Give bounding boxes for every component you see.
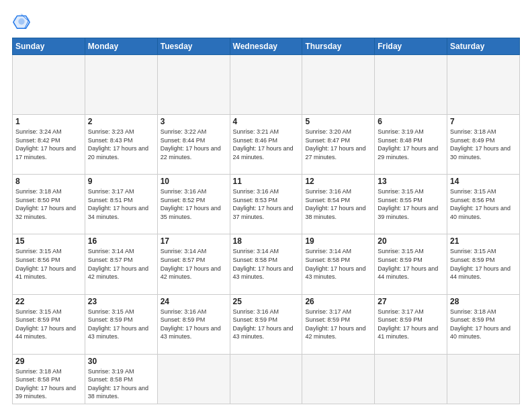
day-number: 17 (161, 236, 227, 246)
calendar-cell (157, 55, 230, 115)
day-info: Sunrise: 3:20 AMSunset: 8:47 PMDaylight:… (305, 128, 365, 161)
day-info: Sunrise: 3:14 AMSunset: 8:58 PMDaylight:… (233, 248, 294, 280)
day-number: 30 (88, 357, 154, 366)
calendar-cell (447, 55, 520, 115)
day-number: 11 (233, 177, 300, 186)
calendar-cell (157, 354, 230, 404)
day-number: 29 (15, 357, 82, 366)
calendar-cell (85, 55, 157, 115)
day-info: Sunrise: 3:21 AMSunset: 8:46 PMDaylight:… (233, 128, 294, 161)
day-number: 26 (305, 297, 371, 306)
day-info: Sunrise: 3:15 AMSunset: 8:59 PMDaylight:… (378, 248, 438, 280)
day-number: 5 (305, 117, 371, 126)
day-number: 8 (15, 177, 82, 186)
calendar-cell: 13 Sunrise: 3:15 AMSunset: 8:55 PMDaylig… (375, 175, 447, 234)
calendar-cell: 24 Sunrise: 3:16 AMSunset: 8:59 PMDaylig… (157, 294, 230, 354)
day-number: 19 (305, 236, 371, 246)
header-thursday: Thursday (302, 38, 375, 55)
day-number: 24 (161, 297, 227, 306)
calendar-cell: 1 Sunrise: 3:24 AMSunset: 8:42 PMDayligh… (13, 115, 85, 175)
calendar-cell (302, 55, 375, 115)
day-info: Sunrise: 3:15 AMSunset: 8:56 PMDaylight:… (15, 248, 76, 280)
header-tuesday: Tuesday (157, 38, 230, 55)
day-number: 23 (88, 297, 154, 306)
calendar-cell: 19 Sunrise: 3:14 AMSunset: 8:58 PMDaylig… (302, 234, 375, 294)
calendar-cell: 27 Sunrise: 3:17 AMSunset: 8:59 PMDaylig… (375, 294, 447, 354)
day-number: 6 (378, 117, 444, 126)
svg-point-1 (18, 18, 24, 24)
calendar-cell (230, 354, 302, 404)
calendar-cell: 10 Sunrise: 3:16 AMSunset: 8:52 PMDaylig… (157, 175, 230, 234)
week-row-2: 1 Sunrise: 3:24 AMSunset: 8:42 PMDayligh… (13, 115, 520, 175)
day-info: Sunrise: 3:15 AMSunset: 8:59 PMDaylight:… (15, 308, 76, 340)
calendar-cell: 7 Sunrise: 3:18 AMSunset: 8:49 PMDayligh… (447, 115, 520, 175)
day-number: 21 (450, 236, 517, 246)
calendar-cell (375, 354, 447, 404)
calendar-table: Sunday Monday Tuesday Wednesday Thursday… (12, 38, 520, 404)
day-number: 1 (15, 117, 82, 126)
day-number: 25 (233, 297, 300, 306)
day-number: 2 (88, 117, 154, 126)
calendar-cell: 26 Sunrise: 3:17 AMSunset: 8:59 PMDaylig… (302, 294, 375, 354)
header-saturday: Saturday (447, 38, 520, 55)
day-info: Sunrise: 3:14 AMSunset: 8:57 PMDaylight:… (88, 248, 148, 280)
header-friday: Friday (375, 38, 447, 55)
day-number: 22 (15, 297, 82, 306)
calendar-cell (230, 55, 302, 115)
calendar-cell: 6 Sunrise: 3:19 AMSunset: 8:48 PMDayligh… (375, 115, 447, 175)
day-info: Sunrise: 3:14 AMSunset: 8:58 PMDaylight:… (305, 248, 365, 280)
day-info: Sunrise: 3:14 AMSunset: 8:57 PMDaylight:… (161, 248, 221, 280)
day-info: Sunrise: 3:16 AMSunset: 8:52 PMDaylight:… (161, 188, 221, 220)
day-info: Sunrise: 3:17 AMSunset: 8:59 PMDaylight:… (305, 308, 365, 340)
calendar-cell: 15 Sunrise: 3:15 AMSunset: 8:56 PMDaylig… (13, 234, 85, 294)
page: Sunday Monday Tuesday Wednesday Thursday… (0, 0, 532, 411)
day-info: Sunrise: 3:18 AMSunset: 8:58 PMDaylight:… (15, 368, 76, 400)
day-info: Sunrise: 3:16 AMSunset: 8:59 PMDaylight:… (233, 308, 294, 340)
calendar-cell: 11 Sunrise: 3:16 AMSunset: 8:53 PMDaylig… (230, 175, 302, 234)
calendar-cell: 25 Sunrise: 3:16 AMSunset: 8:59 PMDaylig… (230, 294, 302, 354)
day-info: Sunrise: 3:18 AMSunset: 8:59 PMDaylight:… (450, 308, 511, 340)
header-sunday: Sunday (13, 38, 85, 55)
calendar-cell: 30 Sunrise: 3:19 AMSunset: 8:58 PMDaylig… (85, 354, 157, 404)
day-number: 9 (88, 177, 154, 186)
day-info: Sunrise: 3:22 AMSunset: 8:44 PMDaylight:… (161, 128, 221, 161)
day-info: Sunrise: 3:15 AMSunset: 8:59 PMDaylight:… (88, 308, 148, 340)
day-number: 20 (378, 236, 444, 246)
day-number: 16 (88, 236, 154, 246)
calendar-cell: 16 Sunrise: 3:14 AMSunset: 8:57 PMDaylig… (85, 234, 157, 294)
calendar-cell: 28 Sunrise: 3:18 AMSunset: 8:59 PMDaylig… (447, 294, 520, 354)
day-number: 4 (233, 117, 300, 126)
day-info: Sunrise: 3:15 AMSunset: 8:56 PMDaylight:… (450, 188, 511, 220)
day-info: Sunrise: 3:16 AMSunset: 8:54 PMDaylight:… (305, 188, 365, 220)
week-row-5: 22 Sunrise: 3:15 AMSunset: 8:59 PMDaylig… (13, 294, 520, 354)
day-number: 14 (450, 177, 517, 186)
day-number: 13 (378, 177, 444, 186)
day-info: Sunrise: 3:16 AMSunset: 8:59 PMDaylight:… (161, 308, 221, 340)
day-info: Sunrise: 3:18 AMSunset: 8:50 PMDaylight:… (15, 188, 76, 220)
calendar-cell: 20 Sunrise: 3:15 AMSunset: 8:59 PMDaylig… (375, 234, 447, 294)
week-row-1 (13, 55, 520, 115)
calendar-cell (375, 55, 447, 115)
calendar-cell: 17 Sunrise: 3:14 AMSunset: 8:57 PMDaylig… (157, 234, 230, 294)
calendar-cell (302, 354, 375, 404)
week-row-4: 15 Sunrise: 3:15 AMSunset: 8:56 PMDaylig… (13, 234, 520, 294)
calendar-cell: 18 Sunrise: 3:14 AMSunset: 8:58 PMDaylig… (230, 234, 302, 294)
calendar-cell: 8 Sunrise: 3:18 AMSunset: 8:50 PMDayligh… (13, 175, 85, 234)
day-number: 3 (161, 117, 227, 126)
calendar-cell: 2 Sunrise: 3:23 AMSunset: 8:43 PMDayligh… (85, 115, 157, 175)
day-info: Sunrise: 3:15 AMSunset: 8:59 PMDaylight:… (450, 248, 511, 280)
day-number: 18 (233, 236, 300, 246)
day-info: Sunrise: 3:18 AMSunset: 8:49 PMDaylight:… (450, 128, 511, 161)
calendar-header-row: Sunday Monday Tuesday Wednesday Thursday… (13, 38, 520, 55)
day-info: Sunrise: 3:16 AMSunset: 8:53 PMDaylight:… (233, 188, 294, 220)
calendar-cell: 4 Sunrise: 3:21 AMSunset: 8:46 PMDayligh… (230, 115, 302, 175)
logo-icon (12, 12, 31, 31)
day-number: 15 (15, 236, 82, 246)
calendar-cell (13, 55, 85, 115)
day-number: 10 (161, 177, 227, 186)
day-info: Sunrise: 3:23 AMSunset: 8:43 PMDaylight:… (88, 128, 148, 161)
day-number: 12 (305, 177, 371, 186)
day-info: Sunrise: 3:17 AMSunset: 8:51 PMDaylight:… (88, 188, 148, 220)
week-row-6: 29 Sunrise: 3:18 AMSunset: 8:58 PMDaylig… (13, 354, 520, 404)
calendar-cell: 5 Sunrise: 3:20 AMSunset: 8:47 PMDayligh… (302, 115, 375, 175)
